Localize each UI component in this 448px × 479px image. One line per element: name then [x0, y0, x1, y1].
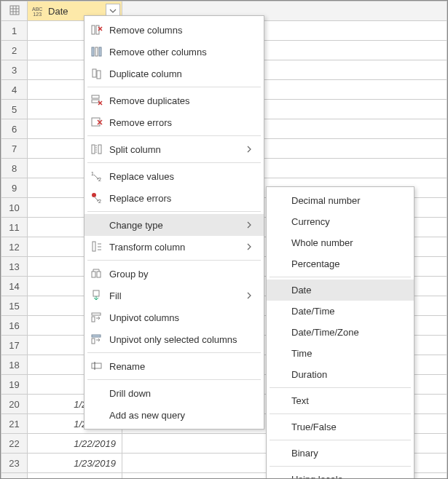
menu-separator: [270, 277, 411, 277]
chevron-right-icon: [246, 145, 256, 154]
unpivot-selected-icon: [89, 331, 105, 347]
data-cell[interactable]: 1/24/2019: [28, 473, 122, 480]
submenu-currency[interactable]: Currency: [267, 211, 414, 232]
blank-icon: [89, 217, 105, 233]
row-number[interactable]: 1: [1, 21, 28, 41]
select-all-corner[interactable]: [1, 1, 28, 21]
row-number[interactable]: 5: [1, 100, 28, 119]
row-number[interactable]: 20: [1, 395, 28, 414]
unpivot-columns-icon: [89, 309, 105, 325]
svg-rect-28: [93, 242, 95, 251]
menu-remove-duplicates[interactable]: Remove duplicates: [85, 90, 264, 111]
split-column-icon: [89, 141, 105, 157]
row-number[interactable]: 4: [1, 80, 28, 100]
row-number[interactable]: 2: [1, 41, 28, 60]
menu-duplicate-column[interactable]: Duplicate column: [85, 63, 264, 84]
row-number[interactable]: 17: [1, 336, 28, 355]
svg-rect-30: [97, 272, 101, 277]
row-number[interactable]: 23: [1, 454, 28, 473]
row-number[interactable]: 10: [1, 198, 28, 218]
remove-columns-icon: [89, 22, 105, 38]
svg-rect-36: [92, 363, 101, 368]
row-number[interactable]: 18: [1, 355, 28, 375]
svg-rect-13: [97, 71, 101, 79]
submenu-whole[interactable]: Whole number: [267, 232, 414, 253]
data-cell[interactable]: 1/23/2019: [28, 454, 122, 473]
svg-text:1: 1: [91, 171, 94, 176]
row-number[interactable]: 24: [1, 473, 28, 480]
menu-remove-errors[interactable]: Remove errors: [85, 111, 264, 133]
remove-other-columns-icon: [89, 44, 105, 60]
menu-separator: [87, 379, 261, 380]
group-by-icon: [89, 266, 105, 282]
row-number[interactable]: 11: [1, 218, 28, 237]
blank-icon: [89, 407, 105, 423]
row-number[interactable]: 21: [1, 414, 28, 434]
svg-rect-29: [92, 272, 95, 277]
submenu-datetime[interactable]: Date/Time: [267, 301, 414, 322]
menu-transform-column[interactable]: Transform column: [85, 236, 264, 258]
svg-rect-35: [92, 339, 95, 344]
chevron-right-icon: [246, 291, 256, 300]
menu-separator: [270, 413, 411, 414]
submenu-text[interactable]: Text: [267, 390, 414, 411]
submenu-using-locale[interactable]: Using locale…: [267, 469, 414, 479]
replace-errors-icon: 2: [89, 190, 105, 206]
menu-separator: [270, 466, 411, 467]
submenu-percentage[interactable]: Percentage: [267, 253, 414, 274]
menu-drill-down[interactable]: Drill down: [85, 382, 264, 404]
menu-unpivot-columns[interactable]: Unpivot columns: [85, 306, 264, 328]
submenu-date[interactable]: Date: [267, 280, 414, 301]
column-context-menu: Remove columns Remove other columns Dupl…: [84, 15, 264, 429]
menu-replace-values[interactable]: 12 Replace values: [85, 165, 264, 187]
svg-rect-34: [92, 335, 101, 337]
submenu-truefalse[interactable]: True/False: [267, 416, 414, 438]
submenu-decimal[interactable]: Decimal number: [267, 190, 414, 211]
menu-split-column[interactable]: Split column: [85, 138, 264, 160]
menu-separator: [87, 162, 261, 163]
submenu-datetimezone[interactable]: Date/Time/Zone: [267, 322, 414, 343]
row-number[interactable]: 6: [1, 119, 28, 139]
row-number[interactable]: 7: [1, 139, 28, 159]
menu-group-by[interactable]: Group by: [85, 263, 264, 285]
remove-errors-icon: [89, 114, 105, 130]
menu-remove-other-columns[interactable]: Remove other columns: [85, 41, 264, 63]
row-number[interactable]: 12: [1, 237, 28, 257]
chevron-right-icon: [246, 242, 256, 251]
svg-rect-33: [92, 317, 95, 322]
row-number[interactable]: 13: [1, 257, 28, 277]
menu-change-type[interactable]: Change type: [85, 214, 264, 236]
menu-rename[interactable]: Rename: [85, 355, 264, 377]
submenu-duration[interactable]: Duration: [267, 364, 414, 385]
svg-rect-9: [92, 47, 94, 56]
row-number[interactable]: 16: [1, 316, 28, 336]
chevron-down-icon: [109, 9, 117, 13]
menu-add-as-new-query[interactable]: Add as new query: [85, 404, 264, 426]
row-number[interactable]: 19: [1, 375, 28, 395]
row-number[interactable]: 15: [1, 296, 28, 316]
menu-fill[interactable]: Fill: [85, 285, 264, 306]
chevron-right-icon: [246, 221, 256, 229]
svg-rect-10: [95, 47, 98, 56]
menu-separator: [87, 135, 261, 136]
data-cell[interactable]: 1/22/2019: [28, 434, 122, 454]
menu-separator: [270, 440, 411, 440]
menu-replace-errors[interactable]: 2 Replace errors: [85, 187, 264, 209]
svg-text:2: 2: [98, 177, 101, 182]
submenu-binary[interactable]: Binary: [267, 443, 414, 464]
row-number[interactable]: 9: [1, 178, 28, 198]
duplicate-column-icon: [89, 66, 105, 82]
fill-icon: [89, 288, 105, 304]
transform-column-icon: [89, 239, 105, 255]
remove-duplicates-icon: [89, 92, 105, 108]
svg-rect-11: [99, 47, 101, 56]
submenu-time[interactable]: Time: [267, 343, 414, 364]
row-number[interactable]: 3: [1, 60, 28, 80]
row-number[interactable]: 22: [1, 434, 28, 454]
row-number[interactable]: 14: [1, 277, 28, 296]
menu-unpivot-only-selected[interactable]: Unpivot only selected columns: [85, 328, 264, 350]
data-type-icon[interactable]: ABC 123: [32, 7, 42, 17]
row-number[interactable]: 8: [1, 159, 28, 178]
menu-remove-columns[interactable]: Remove columns: [85, 19, 264, 41]
blank-icon: [89, 385, 105, 401]
